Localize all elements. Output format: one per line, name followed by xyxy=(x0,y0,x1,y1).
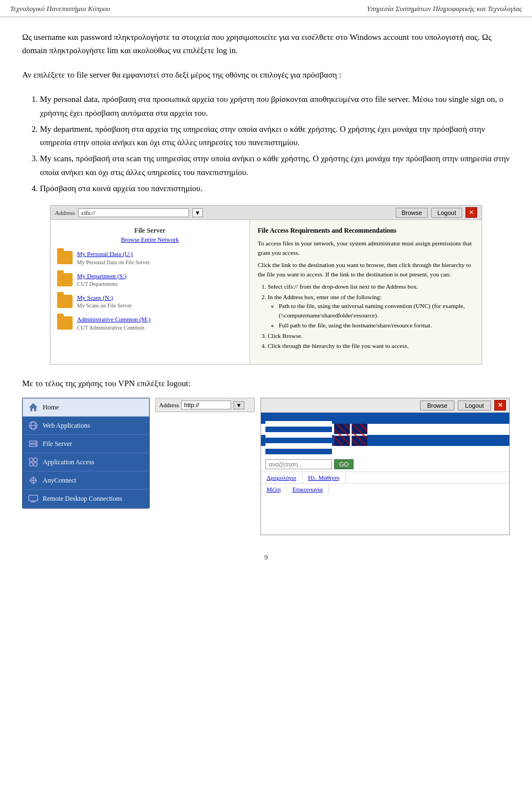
uk-flag xyxy=(334,424,367,446)
browser-link-row2: Μέλη Επικοινωνία xyxy=(261,484,509,495)
browser-toolbar: Browse Logout ✕ xyxy=(261,398,509,413)
screenshot-inner: File Server Browse Entire Network My Per… xyxy=(50,220,482,364)
svg-point-6 xyxy=(35,445,37,446)
sidebar-item-home[interactable]: Home xyxy=(23,398,149,417)
browse-button[interactable]: Browse xyxy=(396,208,428,218)
browser-search-input[interactable] xyxy=(265,459,332,469)
app-icon xyxy=(28,457,38,467)
browser-link-row1: Δρομολόγιο Ηλ. Μάθηση xyxy=(261,472,509,484)
main-list: My personal data, πρόσβαση στα προσωπικά… xyxy=(40,93,510,195)
browser-link-mathisi[interactable]: Ηλ. Μάθηση xyxy=(303,472,346,483)
home-icon xyxy=(28,402,38,412)
sidebar-item-web-applications[interactable]: Web Applications xyxy=(23,417,149,435)
address-bar[interactable]: cifs:// xyxy=(78,208,189,217)
address-bar-row: Address ▼ xyxy=(155,398,255,412)
file-server-title: File Server xyxy=(50,224,249,236)
svg-rect-8 xyxy=(34,458,37,461)
instructions-para2: Click the link to the destination you wa… xyxy=(258,260,474,279)
vpn-logout-text: Με το τέλος της χρήσης του VPN επιλέξτε … xyxy=(22,377,510,390)
sub-list: Path to the file, using the universal na… xyxy=(279,301,474,330)
close-icon[interactable]: ✕ xyxy=(466,207,477,218)
sidebar-item-file-server[interactable]: File Server xyxy=(23,435,149,453)
folder-icon xyxy=(57,295,73,308)
address-dropdown[interactable]: ▼ xyxy=(192,208,203,217)
file-link-department[interactable]: My Department (S:) xyxy=(77,272,126,280)
sidebar-item-anyconnect[interactable]: AnyConnect xyxy=(23,471,149,490)
list-item: My scans, πρόσβασή στα scan της υπηρεσία… xyxy=(40,152,510,179)
file-link-personal[interactable]: My Personal Data (U:) xyxy=(77,250,150,258)
instructions-title: File Access Requirements and Recommendat… xyxy=(258,225,474,235)
file-server-screenshot: Address cifs:// ▼ Browse Logout ✕ File S… xyxy=(50,205,482,365)
browser-link-dromolio[interactable]: Δρομολόγιο xyxy=(261,472,303,483)
address-panel: Address ▼ xyxy=(155,398,255,417)
list-item: My personal data, πρόσβαση στα προσωπικά… xyxy=(40,93,510,120)
browse-network-link[interactable]: Browse Entire Network xyxy=(50,236,249,243)
main-content: Ως username και password πληκτρολογήστε … xyxy=(0,17,532,583)
file-item-scans: My Scans (N:) My Scans on File Server xyxy=(50,291,249,312)
browser-logout-btn[interactable]: Logout xyxy=(458,401,491,411)
browser-close-btn[interactable]: ✕ xyxy=(494,400,506,411)
intro-para1: Ως username και password πληκτρολογήστε … xyxy=(22,30,510,57)
sidebar-item-application-access[interactable]: Application Access xyxy=(23,453,149,471)
list-item: In the Address box, enter one of the fol… xyxy=(268,293,474,330)
file-server-instructions: File Access Requirements and Recommendat… xyxy=(250,220,482,364)
folder-icon xyxy=(57,316,73,330)
flag-area xyxy=(261,413,509,457)
list-item: My department, πρόσβαση στα αρχεία της υ… xyxy=(40,122,510,150)
desktop-icon xyxy=(28,494,38,504)
file-desc-personal: My Personal Data on File Server xyxy=(77,259,150,266)
sidebar-item-remote-desktop[interactable]: Remote Desktop Connections xyxy=(23,490,149,508)
header-right-text: Υπηρεσία Συστημάτων Πληροφορικής και Τεχ… xyxy=(367,4,522,13)
home-label: Home xyxy=(43,403,59,412)
address-input[interactable] xyxy=(181,401,231,409)
file-desc-scans: My Scans on File Server xyxy=(77,302,132,310)
browser-content: GO Δρομολόγιο Ηλ. Μάθηση Μέλη Επικοινωνί… xyxy=(261,413,509,535)
sidebar-remote-desktop-label: Remote Desktop Connections xyxy=(43,495,122,503)
file-link-scans[interactable]: My Scans (N:) xyxy=(77,294,132,302)
instructions-list: Select cifs:// from the drop-down list n… xyxy=(268,282,474,351)
svg-point-5 xyxy=(35,442,37,443)
sidebar-app-access-label: Application Access xyxy=(43,458,94,466)
browser-link-meli[interactable]: Μέλη xyxy=(261,484,287,495)
address-label: Address xyxy=(159,402,179,408)
folder-icon xyxy=(57,251,73,264)
list-item: Select cifs:// from the drop-down list n… xyxy=(268,282,474,291)
browser-search-row: GO xyxy=(261,457,509,472)
list-item: Click through the hierarchy to the file … xyxy=(268,341,474,351)
list-item: Click Browse. xyxy=(268,331,474,341)
sidebar-panel: Home Web Applications File xyxy=(22,398,150,509)
greek-flag xyxy=(265,416,332,454)
page-number: 9 xyxy=(22,545,510,570)
address-dropdown-btn[interactable]: ▼ xyxy=(233,401,244,409)
list-item: Full path to the file, using the hostnam… xyxy=(279,321,474,330)
connect-icon xyxy=(28,475,38,485)
svg-rect-14 xyxy=(29,495,38,501)
address-label: Address xyxy=(55,209,75,216)
logout-button[interactable]: Logout xyxy=(431,208,462,218)
sidebar-file-server-label: File Server xyxy=(43,440,72,448)
file-desc-admin: CUT Administrative Common xyxy=(77,324,151,332)
file-link-admin[interactable]: Administrative Common (M:) xyxy=(77,315,151,324)
file-desc-department: CUT Departments xyxy=(77,280,126,288)
browser-panel: Browse Logout ✕ xyxy=(260,398,510,535)
sidebar-web-apps-label: Web Applications xyxy=(43,422,90,430)
file-server-nav: File Server Browse Entire Network My Per… xyxy=(50,220,250,364)
globe-icon xyxy=(28,420,38,430)
header-left-text: Τεχνολογικό Πανεπιστήμιο Κύπρου xyxy=(10,4,110,13)
file-item-admin: Administrative Common (M:) CUT Administr… xyxy=(50,312,249,334)
svg-rect-7 xyxy=(29,458,33,461)
browser-go-btn[interactable]: GO xyxy=(334,459,354,469)
sidebar-anyconnect-label: AnyConnect xyxy=(43,476,76,485)
page-header: Τεχνολογικό Πανεπιστήμιο Κύπρου Υπηρεσία… xyxy=(0,0,532,17)
file-item-personal: My Personal Data (U:) My Personal Data o… xyxy=(50,247,249,269)
instructions-para1: To access files in your network, your sy… xyxy=(258,239,474,257)
bottom-screenshot-area: Home Web Applications File xyxy=(22,398,510,535)
server-icon xyxy=(28,439,38,449)
browser-link-epikoinonia[interactable]: Επικοινωνία xyxy=(287,484,329,495)
list-item: Path to the file, using the universal na… xyxy=(279,301,474,320)
browser-browse-btn[interactable]: Browse xyxy=(420,401,455,411)
file-item-department: My Department (S:) CUT Departments xyxy=(50,269,249,291)
svg-rect-9 xyxy=(29,463,33,466)
intro-para2: Αν επιλέξετε το file server θα εμφανιστε… xyxy=(22,68,510,81)
screenshot-toolbar: Address cifs:// ▼ Browse Logout ✕ xyxy=(50,206,482,220)
